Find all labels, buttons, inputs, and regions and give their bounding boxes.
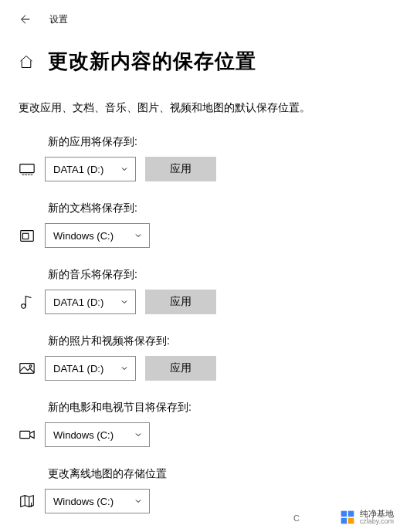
- svg-rect-0: [20, 164, 34, 173]
- svg-rect-2: [23, 233, 29, 239]
- music-drive-select[interactable]: DATA1 (D:): [45, 290, 136, 314]
- svg-rect-6: [20, 431, 30, 438]
- svg-rect-7: [341, 511, 347, 517]
- watermark: 纯净基地 czlaby.com: [340, 509, 394, 526]
- chevron-down-icon: [120, 364, 129, 373]
- docs-label: 新的文档将保存到:: [19, 202, 400, 215]
- svg-point-3: [22, 304, 26, 309]
- music-drive-value: DATA1 (D:): [53, 296, 103, 308]
- misc-c: C: [293, 513, 300, 523]
- svg-point-5: [29, 365, 32, 368]
- movies-drive-value: Windows (C:): [53, 429, 114, 441]
- document-icon: [19, 227, 36, 244]
- maps-label: 更改离线地图的存储位置: [19, 467, 400, 481]
- photos-drive-select[interactable]: DATA1 (D:): [45, 356, 136, 381]
- photo-icon: [19, 360, 36, 377]
- apps-drive-value: DATA1 (D:): [53, 164, 103, 175]
- photos-drive-value: DATA1 (D:): [53, 363, 103, 374]
- svg-rect-9: [341, 518, 347, 524]
- section-maps: 更改离线地图的存储位置 Windows (C:) 应用: [0, 447, 400, 513]
- svg-rect-4: [20, 364, 34, 374]
- chevron-down-icon: [134, 430, 143, 439]
- watermark-logo: [340, 510, 355, 525]
- apps-apply-button[interactable]: 应用: [145, 157, 216, 181]
- movies-label: 新的电影和电视节目将保存到:: [19, 401, 400, 415]
- photos-label: 新的照片和视频将保存到:: [19, 334, 400, 348]
- svg-rect-8: [347, 511, 354, 517]
- section-apps: 新的应用将保存到: DATA1 (D:) 应用: [0, 115, 400, 181]
- section-photos: 新的照片和视频将保存到: DATA1 (D:) 应用: [0, 314, 400, 381]
- window-title: 设置: [49, 13, 68, 26]
- back-button[interactable]: [19, 12, 32, 26]
- video-icon: [19, 426, 36, 443]
- apps-drive-select[interactable]: DATA1 (D:): [45, 157, 136, 181]
- page-title: 更改新内容的保存位置: [48, 48, 256, 75]
- movies-drive-select[interactable]: Windows (C:): [45, 422, 150, 447]
- apps-icon: [19, 161, 36, 178]
- docs-drive-select[interactable]: Windows (C:): [45, 223, 150, 248]
- home-icon[interactable]: [19, 54, 34, 69]
- chevron-down-icon: [120, 164, 129, 174]
- apps-label: 新的应用将保存到:: [19, 135, 400, 149]
- section-music: 新的音乐将保存到: DATA1 (D:) 应用: [0, 248, 400, 314]
- svg-rect-10: [347, 518, 354, 524]
- maps-drive-select[interactable]: Windows (C:): [45, 489, 150, 513]
- chevron-down-icon: [134, 496, 143, 506]
- music-icon: [19, 293, 36, 310]
- music-label: 新的音乐将保存到:: [19, 268, 400, 282]
- music-apply-button[interactable]: 应用: [145, 290, 216, 314]
- maps-drive-value: Windows (C:): [53, 496, 114, 507]
- docs-drive-value: Windows (C:): [53, 230, 114, 242]
- map-icon: [19, 493, 36, 510]
- watermark-url: czlaby.com: [360, 518, 394, 526]
- section-docs: 新的文档将保存到: Windows (C:) 应用: [0, 181, 400, 248]
- section-movies: 新的电影和电视节目将保存到: Windows (C:) 应用: [0, 381, 400, 447]
- photos-apply-button[interactable]: 应用: [145, 356, 216, 381]
- chevron-down-icon: [120, 297, 129, 307]
- page-description: 更改应用、文档、音乐、图片、视频和地图的默认保存位置。: [0, 75, 400, 115]
- chevron-down-icon: [134, 231, 143, 240]
